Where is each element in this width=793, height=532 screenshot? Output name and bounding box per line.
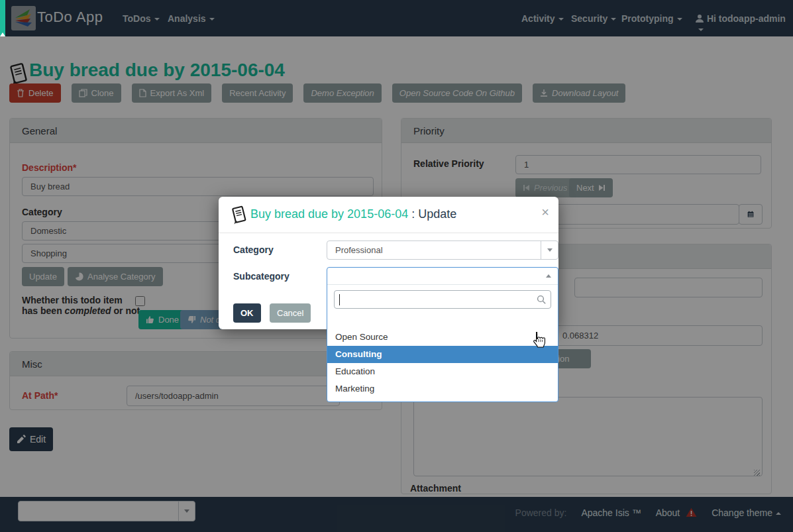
debug-bar-notch-icon [0,32,5,36]
debug-bar-strip[interactable] [0,0,5,36]
subcategory-options: Open Source Consulting Education Marketi… [327,311,558,401]
option-education[interactable]: Education [327,363,558,380]
caret-up-icon [546,274,551,278]
update-dialog: Buy bread due by 2015-06-04 : Update × C… [219,197,558,329]
app-page: ToDo App ToDos Analysis Activity Securit… [0,0,793,532]
dialog-header: Buy bread due by 2015-06-04 : Update × [219,197,558,233]
modal-category-label: Category [233,244,274,255]
dialog-title: Buy bread due by 2015-06-04 : Update [250,207,456,221]
modal-subcategory-select-open[interactable]: Open Source Consulting Education Marketi… [327,267,558,402]
modal-category-select[interactable]: Professional [327,240,558,260]
close-icon[interactable]: × [541,205,549,220]
option-open-source[interactable]: Open Source [327,329,558,346]
select-arrow-icon [541,241,558,259]
search-icon [537,295,547,305]
todo-item-icon [229,205,248,227]
text-cursor [339,294,340,305]
subcategory-selection[interactable] [327,268,558,285]
subcategory-search-input[interactable] [334,290,551,309]
modal-subcategory-label: Subcategory [233,271,290,282]
option-empty[interactable] [327,314,558,329]
option-consulting[interactable]: Consulting [327,346,558,363]
cancel-button[interactable]: Cancel [270,303,311,323]
mouse-cursor-icon [529,331,547,352]
ok-button[interactable]: OK [233,303,261,323]
option-marketing[interactable]: Marketing [327,380,558,398]
